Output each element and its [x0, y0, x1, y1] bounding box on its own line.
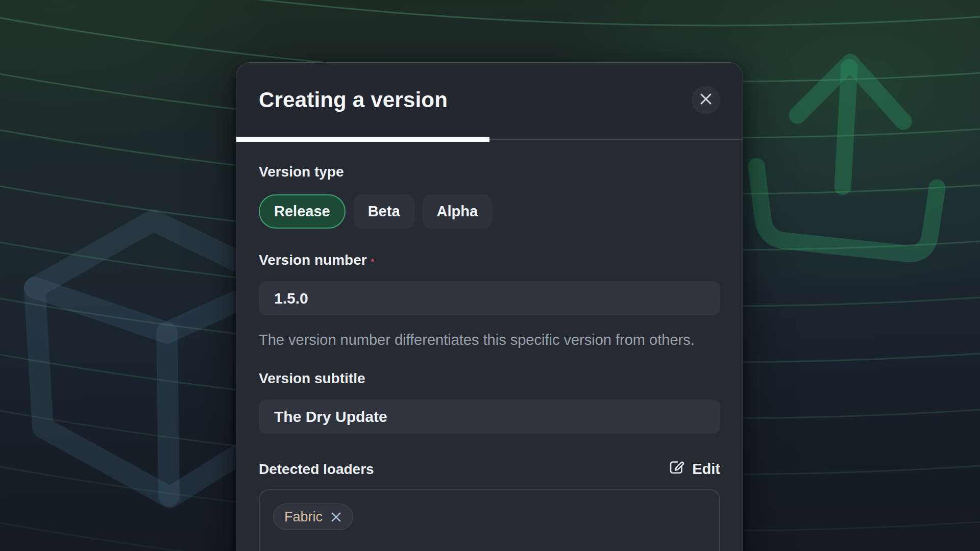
version-subtitle-label: Version subtitle	[259, 371, 720, 386]
detected-loaders-label: Detected loaders	[259, 462, 374, 477]
detected-loaders-box: Fabric	[259, 489, 720, 551]
version-type-beta-button[interactable]: Beta	[354, 194, 414, 229]
version-type-label: Version type	[259, 165, 720, 179]
step-progress-bar	[236, 137, 743, 142]
create-version-modal: Creating a version Version type Release …	[236, 62, 743, 551]
pencil-square-icon	[667, 458, 685, 480]
remove-loader-icon[interactable]	[330, 511, 342, 523]
version-number-label: Version number	[259, 252, 367, 268]
version-number-label-row: Version number*	[259, 253, 720, 267]
version-type-alpha-button[interactable]: Alpha	[423, 194, 493, 229]
version-subtitle-input[interactable]	[259, 399, 720, 434]
version-number-helper-text: The version number differentiates this s…	[259, 329, 708, 351]
close-button[interactable]	[692, 86, 720, 114]
edit-button-label: Edit	[692, 461, 720, 478]
detected-loaders-row: Detected loaders Edit	[259, 458, 720, 480]
upload-arrow-decoration	[756, 62, 937, 254]
version-type-release-button[interactable]: Release	[259, 194, 346, 229]
edit-loaders-button[interactable]: Edit	[667, 458, 720, 480]
required-asterisk: *	[371, 258, 374, 266]
modal-body: Version type Release Beta Alpha Version …	[236, 142, 743, 551]
loader-chip-label: Fabric	[284, 509, 323, 525]
modal-title: Creating a version	[259, 88, 448, 112]
close-icon	[699, 92, 713, 107]
modal-header: Creating a version	[236, 63, 743, 137]
version-type-options: Release Beta Alpha	[259, 194, 720, 229]
loader-chip-fabric[interactable]: Fabric	[273, 504, 353, 530]
step-progress-fill	[236, 137, 489, 142]
version-number-input[interactable]	[259, 281, 720, 315]
